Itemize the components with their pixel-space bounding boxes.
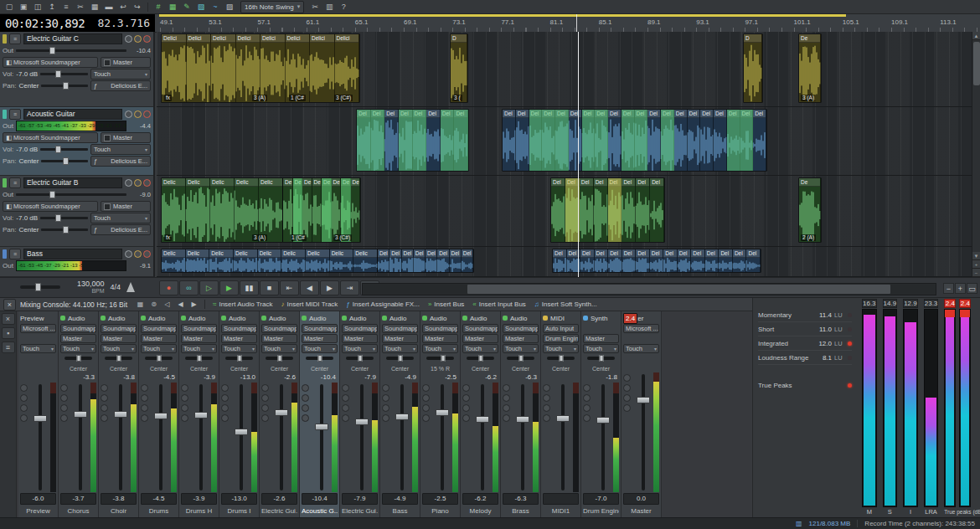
solo-button[interactable] bbox=[543, 394, 550, 402]
clip-segment[interactable]: Del bbox=[700, 110, 714, 171]
pan-slider[interactable] bbox=[467, 357, 494, 360]
clip-segment[interactable]: Del bbox=[661, 110, 674, 171]
solo-button[interactable] bbox=[382, 394, 389, 402]
automation-mode-button[interactable]: Touch▾ bbox=[422, 344, 458, 353]
volume-fader-handle[interactable] bbox=[395, 413, 409, 420]
clip-segment[interactable]: Del bbox=[608, 110, 622, 171]
clip-segment[interactable]: Del bbox=[371, 110, 385, 171]
mixer-strip-7-electric-gui[interactable]: AudioSoundmapperMasterTouch▾Center-2.6-2… bbox=[260, 311, 300, 517]
pan-slider[interactable] bbox=[266, 357, 293, 360]
pan-slider[interactable] bbox=[145, 357, 173, 360]
phase-invert-button[interactable] bbox=[261, 414, 269, 422]
phase-invert-button[interactable] bbox=[543, 414, 550, 422]
mixer-menu-icon[interactable]: ≡ bbox=[2, 342, 15, 353]
clip-segment[interactable]: Del bbox=[529, 110, 543, 171]
automation-mode-button[interactable]: Touch▾ bbox=[181, 344, 217, 353]
clip-segment[interactable]: De bbox=[322, 178, 332, 242]
zoom-in-vertical-button[interactable]: + bbox=[972, 260, 980, 269]
channel-name[interactable]: Drum Engine bbox=[583, 506, 619, 516]
channel-name[interactable]: Drums I bbox=[221, 506, 257, 516]
track-icon[interactable]: ≡ bbox=[9, 33, 21, 44]
horizontal-scroll-thumb[interactable] bbox=[467, 285, 890, 294]
chopper-icon[interactable]: ✂ bbox=[308, 2, 322, 13]
clip-segment[interactable]: De bbox=[341, 178, 351, 242]
channel-bus-button[interactable]: Master bbox=[101, 334, 137, 343]
clip-segment[interactable]: Delici bbox=[211, 34, 236, 102]
clip-segment[interactable]: Delic bbox=[281, 249, 306, 272]
track-fx-button[interactable]: ƒDelicious E... bbox=[90, 80, 151, 91]
channel-name[interactable]: Drums bbox=[141, 506, 177, 516]
channel-bus-button[interactable]: Drum Engine bbox=[543, 334, 579, 343]
clip-segment[interactable]: Del bbox=[608, 249, 622, 272]
volume-fader-handle[interactable] bbox=[315, 424, 328, 430]
stop-button[interactable]: ■ bbox=[260, 280, 279, 295]
phase-invert-button[interactable] bbox=[302, 414, 309, 422]
volume-fader-track[interactable] bbox=[561, 384, 565, 490]
clip-segment[interactable]: Del bbox=[402, 249, 414, 272]
channel-bus-button[interactable]: Master bbox=[302, 334, 338, 343]
clip-electric-guitar-b-2[interactable]: DeDeDeDeDeDeDeDe1 (C#3 (C#) bbox=[282, 177, 361, 243]
mute-button[interactable] bbox=[125, 35, 132, 43]
solo-button[interactable] bbox=[302, 394, 309, 402]
clip-segment[interactable]: Del bbox=[582, 110, 596, 171]
mixer-settings-gear-icon[interactable]: ⊚ bbox=[147, 300, 160, 310]
tempo-value[interactable]: 130,000 bbox=[77, 280, 105, 288]
channel-device-button[interactable]: Soundmapper bbox=[101, 324, 137, 333]
volume-fader-track[interactable] bbox=[642, 374, 645, 490]
channel-device-button[interactable] bbox=[583, 324, 619, 333]
swing-combo[interactable]: 16th Note Swing▾ bbox=[240, 1, 304, 13]
track-bus-button[interactable]: Master bbox=[101, 201, 151, 212]
pan-slider[interactable] bbox=[346, 357, 374, 360]
pan-slider[interactable] bbox=[41, 160, 88, 162]
clip-segment[interactable]: Del bbox=[399, 110, 413, 171]
clip-segment[interactable]: Del bbox=[580, 249, 595, 272]
mixer-strip-16-master[interactable]: MasterMicrosoft ...Touch▾2.40.0Master bbox=[622, 311, 662, 517]
paste-icon[interactable]: ▬ bbox=[102, 2, 116, 13]
mixer-strip-1-preview[interactable]: PreviewMicrosoft ...Touch▾-6.0Preview bbox=[18, 311, 59, 517]
clip-segment[interactable]: De bbox=[351, 178, 361, 242]
clip-segment[interactable]: Delic bbox=[353, 249, 378, 272]
channel-device-button[interactable]: Microsoft ... bbox=[20, 324, 56, 333]
track-name[interactable]: Electric Guitar B bbox=[23, 177, 122, 188]
automation-mode-button[interactable]: Touch▾ bbox=[101, 344, 137, 353]
step-forward-button[interactable]: ▶ bbox=[320, 280, 339, 295]
clip-segment[interactable]: Delic bbox=[162, 249, 186, 272]
vertical-scroll-thumb[interactable] bbox=[973, 42, 980, 85]
clip-segment[interactable]: De bbox=[302, 178, 312, 242]
insert-bus-button[interactable]: »Insert Bus bbox=[425, 300, 467, 310]
cut-icon[interactable]: ✂ bbox=[74, 2, 87, 13]
clip-electric-guitar-c-4[interactable]: De3 (A) bbox=[798, 33, 822, 103]
volume-fader-track[interactable] bbox=[320, 384, 323, 490]
channel-name[interactable]: Drums H bbox=[181, 506, 217, 516]
clip-segment[interactable]: Delic bbox=[210, 178, 235, 242]
clip-segment[interactable]: Delic bbox=[234, 249, 258, 272]
mute-button[interactable] bbox=[543, 384, 550, 392]
clip-segment[interactable]: Del bbox=[635, 110, 648, 171]
fx-bypass-button[interactable] bbox=[623, 394, 631, 402]
clip-acoustic-guitar-2[interactable]: DelDelDelDelDelDelDelDelDelDelDelDelDelD… bbox=[502, 109, 767, 172]
clip-segment[interactable]: Del bbox=[384, 110, 399, 171]
pan-slider[interactable] bbox=[105, 357, 132, 360]
clip-segment[interactable]: Del bbox=[636, 249, 650, 272]
record-button[interactable]: ● bbox=[159, 280, 178, 295]
phase-invert-button[interactable] bbox=[462, 414, 470, 422]
clip-electric-guitar-c-2[interactable]: D3 ( bbox=[450, 33, 468, 103]
volume-fader-track[interactable] bbox=[159, 384, 162, 490]
clip-segment[interactable]: Del bbox=[555, 110, 569, 171]
track-icon[interactable]: ≡ bbox=[9, 109, 21, 120]
mute-button[interactable] bbox=[261, 384, 269, 392]
play-button[interactable]: ▶ bbox=[219, 280, 239, 295]
arrange-lane-acoustic-guitar[interactable]: DelDelDelDelDelDelDelDelDelDelDelDelDelD… bbox=[157, 107, 972, 176]
mixer-view-grid-icon[interactable]: ▦ bbox=[134, 300, 147, 310]
clip-segment[interactable]: Del bbox=[542, 110, 555, 171]
automation-mode-button[interactable]: Touch▾ bbox=[90, 144, 151, 155]
go-to-start-button[interactable]: ⇤ bbox=[280, 280, 299, 295]
clip-segment[interactable]: Del bbox=[580, 178, 594, 242]
pin-mixer-icon[interactable]: ▪ bbox=[2, 327, 15, 339]
automation-mode-button[interactable]: Touch▾ bbox=[623, 344, 659, 353]
volume-fader-track[interactable] bbox=[119, 384, 122, 490]
channel-bus-button[interactable] bbox=[623, 334, 659, 343]
pan-slider[interactable] bbox=[225, 357, 253, 360]
solo-button[interactable] bbox=[101, 394, 108, 402]
fx-bypass-button[interactable] bbox=[583, 404, 591, 412]
